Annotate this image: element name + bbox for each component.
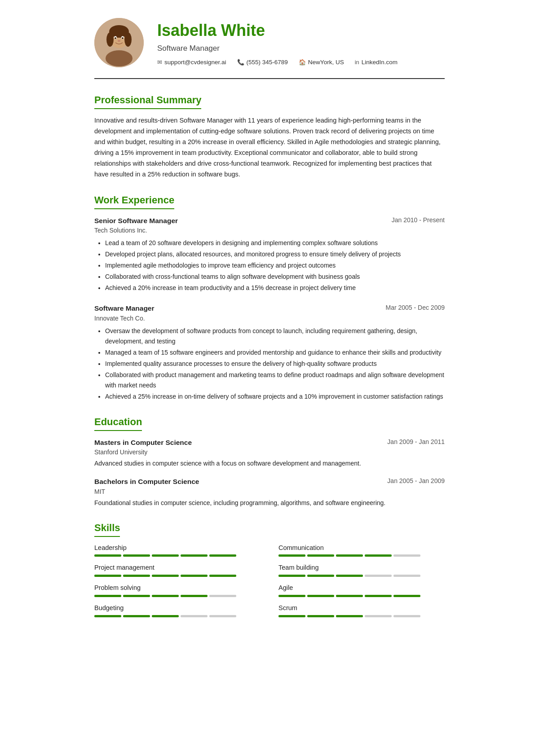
job-bullet: Managed a team of 15 software engineers … xyxy=(105,347,445,358)
skill-bar xyxy=(94,575,261,577)
edu-item: Masters in Computer Science Jan 2009 - J… xyxy=(94,437,445,468)
skill-segment xyxy=(123,554,150,557)
location-icon: 🏠 xyxy=(299,58,306,67)
location-value: NewYork, US xyxy=(308,58,344,67)
job-bullet: Implemented quality assurance processes … xyxy=(105,359,445,369)
edu-date: Jan 2005 - Jan 2009 xyxy=(387,476,445,486)
skill-segment xyxy=(393,575,420,577)
job-title: Senior Software Manager xyxy=(94,215,178,226)
skill-name: Scrum xyxy=(278,603,445,613)
svg-point-1 xyxy=(106,50,133,66)
skills-grid: Leadership Communication Project managem… xyxy=(94,543,445,617)
job-title: Software Manager xyxy=(94,303,155,313)
skill-segment xyxy=(393,595,420,597)
work-experience-section: Work Experience Senior Software Manager … xyxy=(94,193,445,402)
education-section: Education Masters in Computer Science Ja… xyxy=(94,414,445,508)
email-icon: ✉ xyxy=(157,58,162,67)
skill-segment xyxy=(365,575,392,577)
job-bullets: Lead a team of 20 software developers in… xyxy=(94,238,445,293)
avatar xyxy=(94,18,144,67)
email-value: support@cvdesigner.ai xyxy=(164,58,226,67)
skill-item: Agile xyxy=(278,583,445,597)
skill-segment xyxy=(94,615,121,617)
skill-bar xyxy=(278,575,445,577)
phone-value: (555) 345-6789 xyxy=(247,58,288,67)
edu-item: Bachelors in Computer Science Jan 2005 -… xyxy=(94,476,445,507)
skill-name: Team building xyxy=(278,563,445,573)
skill-segment xyxy=(278,575,305,577)
skill-segment xyxy=(393,554,420,557)
skill-segment xyxy=(278,615,305,617)
job-bullets: Oversaw the development of software prod… xyxy=(94,326,445,402)
email-contact: ✉ support@cvdesigner.ai xyxy=(157,58,226,67)
skill-bar xyxy=(94,554,261,557)
skill-segment xyxy=(365,554,392,557)
job-bullet: Oversaw the development of software prod… xyxy=(105,326,445,347)
skill-bar xyxy=(94,615,261,617)
job-bullet: Lead a team of 20 software developers in… xyxy=(105,238,445,248)
skill-segment xyxy=(307,615,334,617)
skill-segment xyxy=(365,615,392,617)
skill-segment xyxy=(123,595,150,597)
skill-segment xyxy=(123,615,150,617)
skill-name: Agile xyxy=(278,583,445,593)
candidate-name: Isabella White xyxy=(157,18,445,43)
skill-segment xyxy=(181,554,208,557)
location-contact: 🏠 NewYork, US xyxy=(299,58,344,67)
phone-contact: 📞 (555) 345-6789 xyxy=(237,58,288,67)
skill-segment xyxy=(365,595,392,597)
skill-segment xyxy=(278,595,305,597)
edu-date: Jan 2009 - Jan 2011 xyxy=(387,437,445,447)
skill-segment xyxy=(209,575,236,577)
edu-degree: Masters in Computer Science xyxy=(94,437,192,448)
edu-degree: Bachelors in Computer Science xyxy=(94,476,199,487)
candidate-title: Software Manager xyxy=(157,43,445,54)
skill-segment xyxy=(123,575,150,577)
skill-bar xyxy=(278,595,445,597)
edu-desc: Foundational studies in computer science… xyxy=(94,498,445,508)
skill-segment xyxy=(152,615,179,617)
skill-segment xyxy=(336,554,363,557)
svg-point-4 xyxy=(106,32,114,47)
skill-segment xyxy=(336,575,363,577)
skill-segment xyxy=(152,595,179,597)
skill-segment xyxy=(94,554,121,557)
skill-name: Problem solving xyxy=(94,583,261,593)
jobs-container: Senior Software Manager Jan 2010 - Prese… xyxy=(94,215,445,402)
job-item: Senior Software Manager Jan 2010 - Prese… xyxy=(94,215,445,294)
skill-item: Leadership xyxy=(94,543,261,557)
svg-point-9 xyxy=(122,37,124,39)
skill-segment xyxy=(181,595,208,597)
svg-point-10 xyxy=(118,40,120,42)
skill-segment xyxy=(307,575,334,577)
job-bullet: Collaborated with product management and… xyxy=(105,370,445,391)
linkedin-value: LinkedIn.com xyxy=(362,58,398,67)
skill-segment xyxy=(94,575,121,577)
job-date: Jan 2010 - Present xyxy=(392,215,445,225)
job-company: Tech Solutions Inc. xyxy=(94,226,445,235)
skill-item: Team building xyxy=(278,563,445,577)
summary-section: Professional Summary Innovative and resu… xyxy=(94,92,445,180)
skill-item: Scrum xyxy=(278,603,445,617)
skill-name: Leadership xyxy=(94,543,261,553)
svg-point-5 xyxy=(124,32,132,47)
job-date: Mar 2005 - Dec 2009 xyxy=(385,303,445,312)
skill-bar xyxy=(278,554,445,557)
skill-segment xyxy=(209,595,236,597)
skills-section: Skills Leadership Communication Project … xyxy=(94,520,445,617)
skill-segment xyxy=(181,575,208,577)
job-bullet: Achieved a 20% increase in team producti… xyxy=(105,283,445,293)
skill-item: Project management xyxy=(94,563,261,577)
skill-segment xyxy=(278,554,305,557)
skill-segment xyxy=(181,615,208,617)
job-bullet: Implemented agile methodologies to impro… xyxy=(105,260,445,271)
skill-segment xyxy=(307,554,334,557)
skill-bar xyxy=(278,615,445,617)
skill-segment xyxy=(209,554,236,557)
skill-segment xyxy=(393,615,420,617)
skill-name: Communication xyxy=(278,543,445,553)
edu-school: MIT xyxy=(94,487,445,497)
skill-name: Project management xyxy=(94,563,261,573)
skills-title: Skills xyxy=(94,520,120,537)
skill-segment xyxy=(336,595,363,597)
